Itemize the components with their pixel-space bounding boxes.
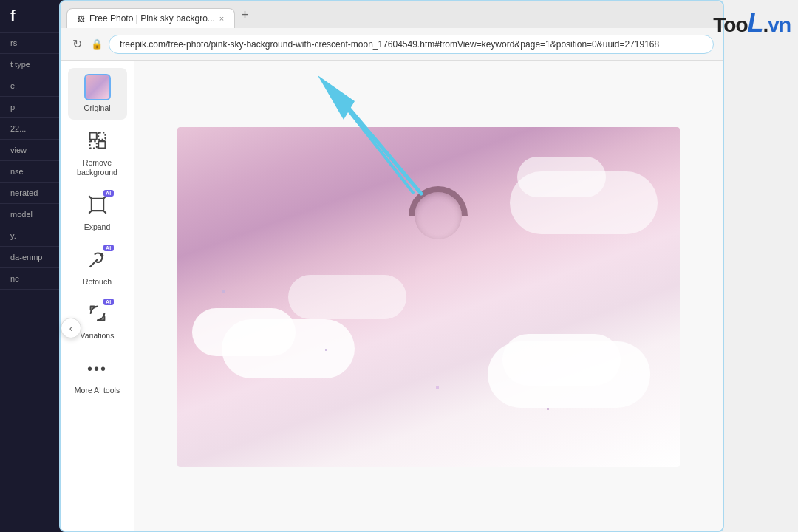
watermark-vn-blue: vn [768, 13, 791, 36]
retouch-ai-badge: AI [103, 245, 114, 251]
browser-address-input[interactable] [109, 35, 714, 54]
watermark-too: T [713, 13, 723, 36]
tool-original-label: Original [83, 103, 110, 114]
variations-ai-badge: AI [103, 299, 114, 305]
svg-rect-0 [89, 132, 96, 139]
tool-more-ai[interactable]: ••• More AI tools [68, 350, 127, 402]
tool-original-thumbnail [84, 74, 111, 100]
expand-ai-badge: AI [103, 190, 114, 197]
tool-variations-icon-wrapper: AI [84, 301, 111, 328]
tool-original[interactable]: Original [68, 68, 127, 120]
cloud-2 [192, 308, 296, 356]
cloud-4 [502, 334, 621, 386]
tool-retouch-label: Retouch [83, 277, 112, 287]
browser-address-bar: ↻ 🔒 [61, 28, 723, 61]
collapse-sidebar-button[interactable]: ‹ [61, 318, 81, 338]
image-area [134, 61, 723, 532]
cloud-6 [517, 157, 606, 197]
tool-vn-watermark: TooL.vn [713, 7, 791, 38]
tool-remove-bg-label: Remove background [72, 158, 123, 178]
remove-bg-icon [87, 130, 108, 154]
svg-marker-8 [318, 75, 355, 120]
tab-close-button[interactable]: × [219, 14, 224, 23]
sparkle-2 [325, 349, 327, 351]
new-tab-button[interactable]: + [235, 8, 255, 21]
chevron-left-icon: ‹ [69, 322, 73, 334]
sparkle-1 [222, 290, 225, 293]
svg-rect-4 [91, 199, 103, 211]
sparkle-3 [436, 386, 439, 389]
tool-original-icon-wrapper [84, 74, 111, 100]
browser-tab-active[interactable]: 🖼 Free Photo | Pink sky backgro... × [66, 8, 235, 28]
tool-variations-label: Variations [81, 331, 115, 341]
tool-expand[interactable]: AI Expand [68, 187, 127, 239]
watermark-l-blue: L [748, 7, 763, 38]
sparkle-4 [547, 408, 549, 410]
tool-retouch[interactable]: AI Retouch [68, 242, 127, 293]
tool-expand-label: Expand [84, 222, 111, 233]
address-lock-icon: 🔒 [91, 38, 103, 50]
sidebar-logo: f [10, 7, 16, 24]
moon [409, 186, 468, 245]
tool-more-ai-label: More AI tools [75, 386, 120, 396]
tools-panel: Original Remove background [61, 61, 134, 532]
cloud-7 [288, 275, 406, 319]
main-image [177, 127, 680, 467]
watermark-oo: oo [723, 13, 747, 36]
retouch-icon [87, 249, 108, 273]
moon-shape [396, 174, 480, 257]
tool-more-ai-icon-wrapper: ••• [84, 356, 111, 383]
tab-favicon: 🖼 [78, 15, 85, 23]
more-tools-icon: ••• [87, 361, 107, 378]
browser-content: Original Remove background [61, 61, 723, 532]
variations-icon [87, 303, 108, 327]
tool-remove-bg-icon-wrapper [84, 129, 111, 155]
tab-title: Free Photo | Pink sky backgro... [89, 13, 215, 24]
browser-tab-bar: 🖼 Free Photo | Pink sky backgro... × + [61, 1, 723, 28]
svg-point-5 [100, 253, 103, 256]
svg-rect-3 [98, 141, 105, 148]
tool-remove-background[interactable]: Remove background [68, 123, 127, 184]
browser-reload-button[interactable]: ↻ [69, 34, 85, 54]
expand-icon [87, 194, 108, 218]
browser-window: 🖼 Free Photo | Pink sky backgro... × + ↻… [59, 0, 724, 532]
svg-rect-1 [98, 132, 105, 139]
tool-expand-icon-wrapper: AI [84, 193, 111, 219]
svg-rect-2 [89, 141, 96, 148]
tool-retouch-icon-wrapper: AI [84, 248, 111, 274]
